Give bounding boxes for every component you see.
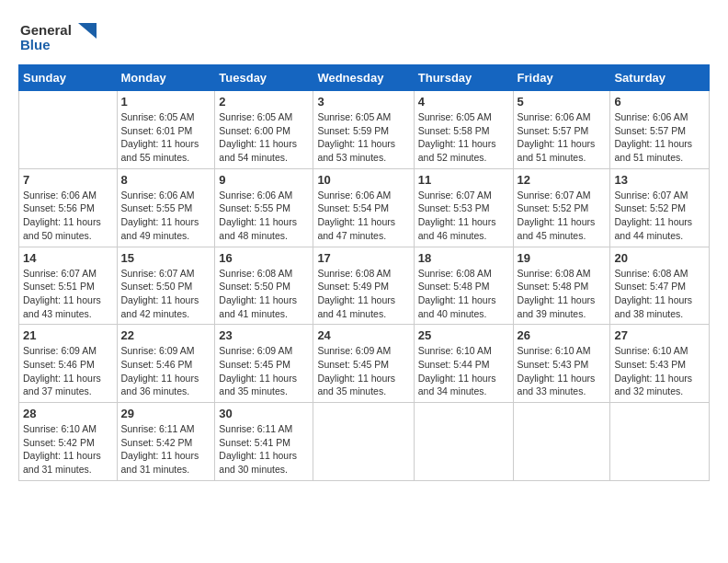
day-cell: [313, 403, 414, 481]
day-cell: 5Sunrise: 6:06 AMSunset: 5:57 PMDaylight…: [513, 91, 610, 169]
day-cell: 23Sunrise: 6:09 AMSunset: 5:45 PMDayligh…: [215, 325, 313, 403]
week-row-3: 14Sunrise: 6:07 AMSunset: 5:51 PMDayligh…: [19, 247, 710, 325]
day-cell: 29Sunrise: 6:11 AMSunset: 5:42 PMDayligh…: [117, 403, 215, 481]
day-cell: 16Sunrise: 6:08 AMSunset: 5:50 PMDayligh…: [215, 247, 313, 325]
day-cell: 14Sunrise: 6:07 AMSunset: 5:51 PMDayligh…: [19, 247, 118, 325]
week-row-2: 7Sunrise: 6:06 AMSunset: 5:56 PMDaylight…: [19, 168, 710, 247]
day-cell: [414, 403, 513, 481]
day-number: 15: [121, 251, 211, 265]
day-cell: [610, 403, 710, 481]
day-number: 20: [614, 251, 705, 265]
day-info: Sunrise: 6:06 AMSunset: 5:55 PMDaylight:…: [121, 189, 211, 243]
page-header: GeneralBlue: [18, 18, 710, 55]
day-info: Sunrise: 6:06 AMSunset: 5:54 PMDaylight:…: [317, 189, 409, 243]
week-row-5: 28Sunrise: 6:10 AMSunset: 5:42 PMDayligh…: [19, 403, 710, 481]
day-cell: 6Sunrise: 6:06 AMSunset: 5:57 PMDaylight…: [610, 91, 710, 169]
day-cell: 25Sunrise: 6:10 AMSunset: 5:44 PMDayligh…: [414, 325, 513, 403]
day-number: 7: [23, 173, 113, 187]
day-number: 12: [518, 173, 607, 187]
day-info: Sunrise: 6:08 AMSunset: 5:47 PMDaylight:…: [614, 267, 705, 321]
day-number: 17: [317, 251, 409, 265]
day-cell: 28Sunrise: 6:10 AMSunset: 5:42 PMDayligh…: [19, 403, 118, 481]
day-cell: [513, 403, 610, 481]
calendar-table: SundayMondayTuesdayWednesdayThursdayFrid…: [18, 64, 710, 481]
header-row: SundayMondayTuesdayWednesdayThursdayFrid…: [19, 65, 710, 91]
day-number: 27: [614, 328, 705, 342]
day-info: Sunrise: 6:06 AMSunset: 5:55 PMDaylight:…: [219, 189, 309, 243]
day-cell: 15Sunrise: 6:07 AMSunset: 5:50 PMDayligh…: [117, 247, 215, 325]
day-info: Sunrise: 6:05 AMSunset: 5:59 PMDaylight:…: [317, 110, 409, 165]
day-info: Sunrise: 6:05 AMSunset: 6:01 PMDaylight:…: [121, 110, 211, 165]
day-number: 25: [418, 328, 509, 342]
day-cell: 21Sunrise: 6:09 AMSunset: 5:46 PMDayligh…: [19, 325, 118, 403]
day-cell: 9Sunrise: 6:06 AMSunset: 5:55 PMDaylight…: [215, 168, 313, 247]
svg-marker-0: [78, 23, 97, 39]
day-number: 16: [219, 251, 309, 265]
day-cell: 18Sunrise: 6:08 AMSunset: 5:48 PMDayligh…: [414, 247, 513, 325]
week-row-4: 21Sunrise: 6:09 AMSunset: 5:46 PMDayligh…: [19, 325, 710, 403]
day-number: 29: [121, 407, 211, 420]
day-number: 6: [614, 95, 705, 109]
day-number: 30: [219, 407, 309, 420]
col-header-sunday: Sunday: [19, 65, 118, 91]
day-number: 28: [23, 407, 113, 420]
day-info: Sunrise: 6:09 AMSunset: 5:45 PMDaylight:…: [317, 344, 409, 398]
day-number: 4: [418, 95, 509, 109]
day-info: Sunrise: 6:05 AMSunset: 6:00 PMDaylight:…: [219, 110, 309, 165]
day-info: Sunrise: 6:08 AMSunset: 5:49 PMDaylight:…: [317, 267, 409, 321]
col-header-wednesday: Wednesday: [313, 65, 414, 91]
day-cell: 8Sunrise: 6:06 AMSunset: 5:55 PMDaylight…: [117, 168, 215, 247]
day-cell: 3Sunrise: 6:05 AMSunset: 5:59 PMDaylight…: [313, 91, 414, 169]
day-cell: 22Sunrise: 6:09 AMSunset: 5:46 PMDayligh…: [117, 325, 215, 403]
day-cell: 10Sunrise: 6:06 AMSunset: 5:54 PMDayligh…: [313, 168, 414, 247]
day-info: Sunrise: 6:06 AMSunset: 5:57 PMDaylight:…: [518, 110, 607, 165]
day-info: Sunrise: 6:05 AMSunset: 5:58 PMDaylight:…: [418, 110, 509, 165]
day-cell: 20Sunrise: 6:08 AMSunset: 5:47 PMDayligh…: [610, 247, 710, 325]
day-number: 2: [219, 95, 309, 109]
day-number: 13: [614, 173, 705, 187]
day-info: Sunrise: 6:07 AMSunset: 5:53 PMDaylight:…: [418, 189, 509, 243]
day-info: Sunrise: 6:10 AMSunset: 5:42 PMDaylight:…: [23, 422, 113, 477]
day-number: 10: [317, 173, 409, 187]
day-cell: 2Sunrise: 6:05 AMSunset: 6:00 PMDaylight…: [215, 91, 313, 169]
day-number: 22: [121, 328, 211, 342]
day-info: Sunrise: 6:08 AMSunset: 5:50 PMDaylight:…: [219, 267, 309, 321]
day-number: 21: [23, 328, 113, 342]
day-info: Sunrise: 6:07 AMSunset: 5:52 PMDaylight:…: [614, 189, 705, 243]
day-cell: 13Sunrise: 6:07 AMSunset: 5:52 PMDayligh…: [610, 168, 710, 247]
col-header-saturday: Saturday: [610, 65, 710, 91]
day-info: Sunrise: 6:10 AMSunset: 5:43 PMDaylight:…: [518, 344, 607, 398]
day-number: 26: [518, 328, 607, 342]
svg-text:Blue: Blue: [20, 37, 51, 52]
day-cell: 1Sunrise: 6:05 AMSunset: 6:01 PMDaylight…: [117, 91, 215, 169]
day-cell: 26Sunrise: 6:10 AMSunset: 5:43 PMDayligh…: [513, 325, 610, 403]
col-header-friday: Friday: [513, 65, 610, 91]
day-number: 8: [121, 173, 211, 187]
day-number: 5: [518, 95, 607, 109]
day-info: Sunrise: 6:11 AMSunset: 5:42 PMDaylight:…: [121, 422, 211, 477]
day-info: Sunrise: 6:09 AMSunset: 5:45 PMDaylight:…: [219, 344, 309, 398]
day-cell: 27Sunrise: 6:10 AMSunset: 5:43 PMDayligh…: [610, 325, 710, 403]
day-info: Sunrise: 6:07 AMSunset: 5:51 PMDaylight:…: [23, 267, 113, 321]
day-number: 24: [317, 328, 409, 342]
day-number: 9: [219, 173, 309, 187]
day-cell: 19Sunrise: 6:08 AMSunset: 5:48 PMDayligh…: [513, 247, 610, 325]
day-number: 1: [121, 95, 211, 109]
day-info: Sunrise: 6:08 AMSunset: 5:48 PMDaylight:…: [518, 267, 607, 321]
day-number: 19: [518, 251, 607, 265]
day-cell: 12Sunrise: 6:07 AMSunset: 5:52 PMDayligh…: [513, 168, 610, 247]
day-cell: [19, 91, 118, 169]
week-row-1: 1Sunrise: 6:05 AMSunset: 6:01 PMDaylight…: [19, 91, 710, 169]
day-cell: 4Sunrise: 6:05 AMSunset: 5:58 PMDaylight…: [414, 91, 513, 169]
col-header-monday: Monday: [117, 65, 215, 91]
day-info: Sunrise: 6:06 AMSunset: 5:57 PMDaylight:…: [614, 110, 705, 165]
day-info: Sunrise: 6:10 AMSunset: 5:43 PMDaylight:…: [614, 344, 705, 398]
day-number: 14: [23, 251, 113, 265]
day-info: Sunrise: 6:07 AMSunset: 5:52 PMDaylight:…: [518, 189, 607, 243]
day-info: Sunrise: 6:06 AMSunset: 5:56 PMDaylight:…: [23, 189, 113, 243]
col-header-thursday: Thursday: [414, 65, 513, 91]
day-info: Sunrise: 6:11 AMSunset: 5:41 PMDaylight:…: [219, 422, 309, 477]
logo: GeneralBlue: [18, 18, 101, 55]
day-info: Sunrise: 6:10 AMSunset: 5:44 PMDaylight:…: [418, 344, 509, 398]
day-number: 11: [418, 173, 509, 187]
